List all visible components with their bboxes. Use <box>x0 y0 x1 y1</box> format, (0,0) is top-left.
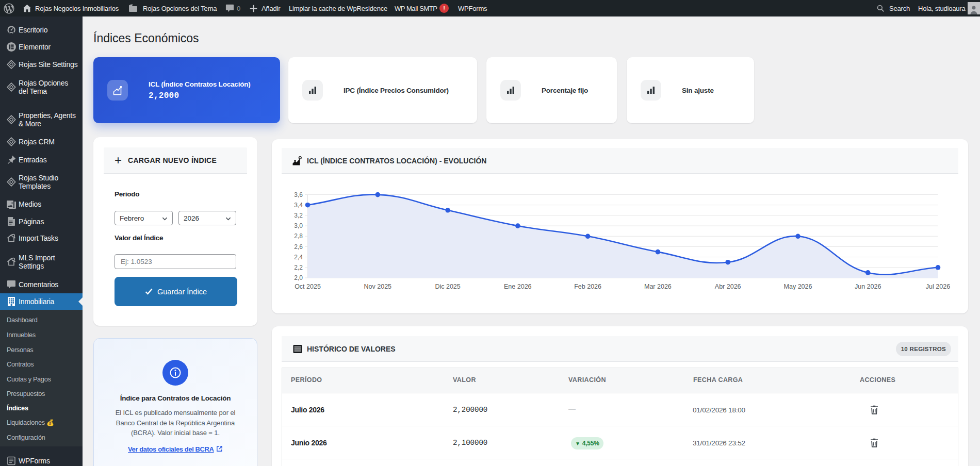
svg-text:Ene 2026: Ene 2026 <box>504 283 532 290</box>
svg-text:3,6: 3,6 <box>294 191 303 198</box>
svg-text:Abr 2026: Abr 2026 <box>715 283 741 290</box>
svg-text:Dic 2025: Dic 2025 <box>435 283 460 290</box>
svg-text:3,2: 3,2 <box>294 212 303 219</box>
svg-text:2,8: 2,8 <box>294 232 303 240</box>
svg-text:Jul 2026: Jul 2026 <box>926 283 950 290</box>
svg-text:3,4: 3,4 <box>294 202 303 209</box>
svg-text:Jun 2026: Jun 2026 <box>855 283 881 290</box>
svg-text:3,0: 3,0 <box>294 222 303 229</box>
svg-text:2,2: 2,2 <box>294 264 303 271</box>
svg-text:2,4: 2,4 <box>294 254 303 261</box>
svg-text:Mar 2026: Mar 2026 <box>644 283 672 290</box>
svg-text:May 2026: May 2026 <box>784 283 812 290</box>
svg-text:2,0: 2,0 <box>294 274 303 281</box>
svg-text:Feb 2026: Feb 2026 <box>574 283 601 290</box>
svg-text:Nov 2025: Nov 2025 <box>364 283 392 290</box>
svg-text:Oct 2025: Oct 2025 <box>295 283 321 290</box>
svg-text:2,6: 2,6 <box>294 243 303 251</box>
